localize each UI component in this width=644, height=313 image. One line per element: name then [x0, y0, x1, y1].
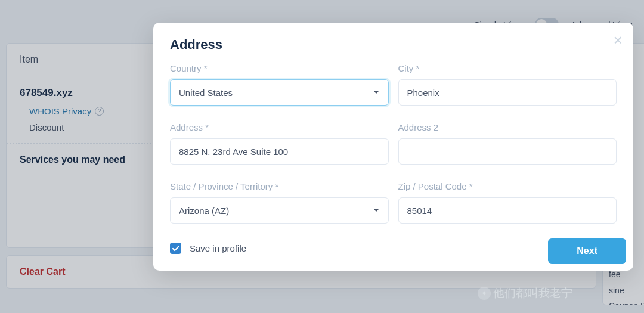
form-grid: Country * United States City * Address *… [170, 63, 617, 224]
state-label: State / Province / Territory * [170, 181, 389, 191]
city-label: City * [398, 63, 617, 73]
save-profile-checkbox[interactable] [170, 243, 181, 254]
close-icon[interactable]: × [614, 32, 623, 48]
check-icon [172, 246, 179, 252]
address-group: Address * [170, 122, 389, 165]
next-button[interactable]: Next [548, 238, 626, 264]
zip-input[interactable] [398, 197, 617, 224]
city-group: City * [398, 63, 617, 106]
state-select[interactable]: Arizona (AZ) [170, 197, 389, 224]
address2-input[interactable] [398, 138, 617, 165]
country-group: Country * United States [170, 63, 389, 106]
country-select[interactable]: United States [170, 79, 389, 106]
zip-label: Zip / Postal Code * [398, 181, 617, 191]
save-profile-label: Save in profile [190, 243, 246, 253]
address2-label: Address 2 [398, 122, 617, 132]
address-input[interactable] [170, 138, 389, 165]
country-label: Country * [170, 63, 389, 73]
address-modal: × Address Country * United States City *… [153, 23, 633, 271]
modal-title: Address [170, 37, 617, 52]
address2-group: Address 2 [398, 122, 617, 165]
state-group: State / Province / Territory * Arizona (… [170, 181, 389, 224]
zip-group: Zip / Postal Code * [398, 181, 617, 224]
address-label: Address * [170, 122, 389, 132]
city-input[interactable] [398, 79, 617, 106]
